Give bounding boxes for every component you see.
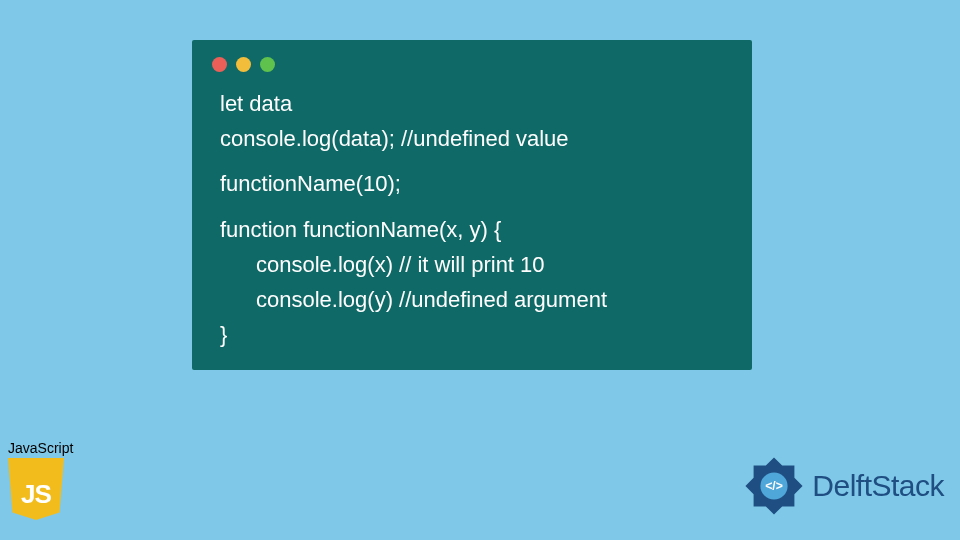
maximize-icon bbox=[260, 57, 275, 72]
brand-logo: </> DelftStack bbox=[740, 452, 944, 520]
javascript-logo-text: JS bbox=[21, 479, 51, 510]
window-controls bbox=[192, 40, 752, 80]
brand-name: DelftStack bbox=[812, 469, 944, 503]
javascript-label: JavaScript bbox=[8, 440, 82, 456]
delftstack-icon: </> bbox=[740, 452, 808, 520]
code-line: console.log(y) //undefined argument bbox=[220, 282, 724, 317]
code-block: let data console.log(data); //undefined … bbox=[192, 80, 752, 352]
code-line: function functionName(x, y) { bbox=[220, 212, 724, 247]
svg-text:</>: </> bbox=[765, 479, 783, 493]
close-icon bbox=[212, 57, 227, 72]
code-line: functionName(10); bbox=[220, 166, 724, 201]
javascript-badge: JavaScript JS bbox=[8, 440, 82, 520]
code-line: console.log(x) // it will print 10 bbox=[220, 247, 724, 282]
code-line: let data bbox=[220, 86, 724, 121]
code-line: } bbox=[220, 317, 724, 352]
javascript-logo-icon: JS bbox=[8, 458, 64, 520]
minimize-icon bbox=[236, 57, 251, 72]
code-window: let data console.log(data); //undefined … bbox=[192, 40, 752, 370]
code-line: console.log(data); //undefined value bbox=[220, 121, 724, 156]
